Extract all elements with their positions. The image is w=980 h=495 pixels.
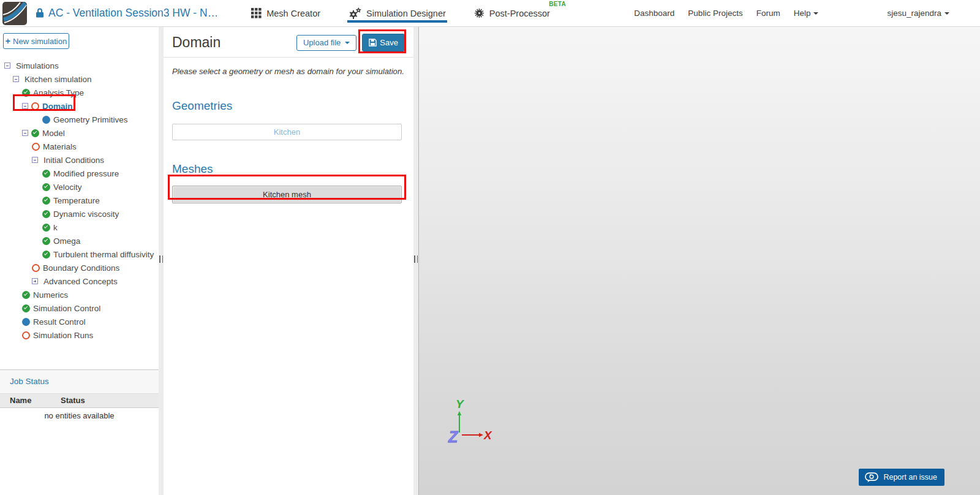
toggle-minus-icon[interactable]	[4, 62, 10, 69]
status-check-icon	[42, 224, 50, 232]
tree-item-label: Temperature	[53, 196, 100, 205]
tree-item-label: Simulation Control	[33, 304, 100, 313]
tree-item-advanced-concepts[interactable]: Advanced Concepts	[0, 274, 159, 288]
viewport-splitter[interactable]	[413, 27, 418, 495]
tree-item-geometry-primitives[interactable]: Geometry Primitives	[0, 113, 159, 126]
geometry-kitchen-button[interactable]: Kitchen	[172, 124, 402, 140]
tree-item-label: Omega	[53, 236, 80, 246]
tree-item-dynamic-viscosity[interactable]: Dynamic viscosity	[0, 207, 159, 221]
tab-label: Simulation Designer	[366, 9, 446, 18]
tree-item-numerics[interactable]: Numerics	[0, 288, 159, 301]
status-check-icon	[22, 304, 30, 312]
nav-link-dashboard[interactable]: Dashboard	[634, 9, 674, 18]
geometries-heading: Geometries	[172, 99, 405, 113]
tree-item-k[interactable]: k	[0, 221, 159, 234]
tree-item-simulations[interactable]: Simulations	[0, 59, 159, 72]
status-check-icon	[42, 197, 50, 205]
tree-item-label: Model	[42, 129, 65, 138]
sidebar-splitter[interactable]	[159, 27, 164, 495]
status-check-icon	[42, 183, 50, 191]
tree-item-label: Boundary Conditions	[43, 263, 119, 273]
chevron-down-icon	[345, 42, 350, 47]
kitchen-mesh-button[interactable]: Kitchen mesh	[172, 186, 402, 203]
viewport-3d[interactable]: Y X Z Report an issue	[418, 27, 980, 495]
tree-item-boundary-conditions[interactable]: Boundary Conditions	[0, 261, 159, 274]
tree-item-label: Geometry Primitives	[53, 115, 128, 124]
tree-item-label: k	[53, 223, 58, 232]
upload-file-label: Upload file	[303, 38, 341, 47]
tab-simulation-designer[interactable]: Simulation Designer	[347, 0, 447, 27]
simscale-logo-icon[interactable]	[2, 2, 27, 25]
plus-icon: +	[6, 36, 10, 46]
app-window: AC - Ventilation Session3 HW - N… Mesh C…	[0, 0, 980, 495]
tree-item-simulation-runs[interactable]: Simulation Runs	[0, 328, 159, 342]
report-issue-button[interactable]: Report an issue	[859, 469, 944, 486]
tree-item-modified-pressure[interactable]: Modified pressure	[0, 167, 159, 180]
tree-item-domain[interactable]: Domain	[0, 99, 159, 113]
job-status-header-row: Name Status	[0, 394, 159, 408]
toggle-minus-icon[interactable]	[22, 130, 28, 136]
username-label: sjesu_rajendra	[887, 9, 941, 18]
splitter-grip-icon	[159, 255, 163, 263]
status-check-icon	[42, 237, 50, 245]
grid-icon	[251, 8, 262, 18]
gear-sun-icon	[474, 8, 484, 18]
status-info-icon	[42, 116, 50, 124]
floppy-disk-icon	[369, 39, 377, 47]
status-check-icon	[42, 170, 50, 178]
top-bar: AC - Ventilation Session3 HW - N… Mesh C…	[0, 0, 980, 27]
report-issue-label: Report an issue	[883, 473, 937, 482]
tree-item-label: Simulation Runs	[33, 331, 93, 340]
status-todo-icon	[32, 143, 40, 151]
tree-item-label: Analysis Type	[33, 88, 84, 97]
tab-mesh-creator[interactable]: Mesh Creator	[250, 0, 322, 27]
tree-item-materials[interactable]: Materials	[0, 140, 159, 153]
upload-file-button[interactable]: Upload file	[296, 35, 356, 51]
gears-icon	[349, 7, 361, 19]
divider	[164, 57, 413, 58]
panel-header: Domain Upload file Save	[164, 27, 413, 57]
column-header-status: Status	[61, 396, 85, 405]
tree-item-model[interactable]: Model	[0, 126, 159, 140]
beta-badge: BETA	[549, 1, 566, 7]
tree-item-result-control[interactable]: Result Control	[0, 315, 159, 328]
tree-item-label: Materials	[43, 142, 77, 151]
tree-item-kitchen-simulation[interactable]: Kitchen simulation	[0, 72, 159, 86]
status-check-icon	[31, 129, 39, 137]
tree-item-temperature[interactable]: Temperature	[0, 194, 159, 207]
tab-post-processor[interactable]: Post-Processor BETA	[473, 0, 551, 27]
nav-link-public-projects[interactable]: Public Projects	[688, 9, 742, 18]
toggle-minus-icon[interactable]	[13, 76, 19, 82]
help-label: Help	[794, 9, 811, 18]
page-title: Domain	[172, 34, 221, 51]
tree-item-initial-conditions[interactable]: Initial Conditions	[0, 153, 159, 167]
tree-item-label: Numerics	[33, 290, 68, 300]
user-menu[interactable]: sjesu_rajendra	[887, 9, 949, 18]
toggle-minus-icon[interactable]	[22, 103, 28, 109]
nav-link-forum[interactable]: Forum	[756, 9, 780, 18]
status-todo-icon	[32, 264, 40, 272]
project-title[interactable]: AC - Ventilation Session3 HW - N…	[48, 7, 218, 20]
status-todo-icon	[22, 331, 30, 339]
tree-item-omega[interactable]: Omega	[0, 234, 159, 248]
tree-item-label: Result Control	[33, 317, 86, 327]
workbench-tabs: Mesh Creator	[250, 0, 577, 27]
tree-item-analysis-type[interactable]: Analysis Type	[0, 86, 159, 99]
tree-item-label: Modified pressure	[53, 169, 119, 178]
tree-item-simulation-control[interactable]: Simulation Control	[0, 301, 159, 315]
help-menu[interactable]: Help	[794, 9, 819, 18]
axis-y-label: Y	[456, 398, 465, 410]
new-simulation-button[interactable]: + New simulation	[3, 33, 69, 49]
lock-icon	[36, 8, 44, 18]
toggle-minus-icon[interactable]	[32, 157, 38, 163]
tree-item-label: Simulations	[16, 61, 59, 70]
tree-item-velocity[interactable]: Velocity	[0, 180, 159, 194]
status-info-icon	[22, 318, 30, 326]
status-check-icon	[22, 89, 30, 97]
job-status-panel: Job Status Name Status no entities avail…	[0, 369, 159, 495]
tree-item-turbulent-thermal-diffusivity[interactable]: Turbulent thermal diffusivity	[0, 248, 159, 261]
tab-label: Mesh Creator	[266, 9, 320, 18]
status-todo-icon	[31, 102, 39, 110]
save-button[interactable]: Save	[362, 34, 405, 51]
toggle-plus-icon[interactable]	[32, 278, 38, 284]
